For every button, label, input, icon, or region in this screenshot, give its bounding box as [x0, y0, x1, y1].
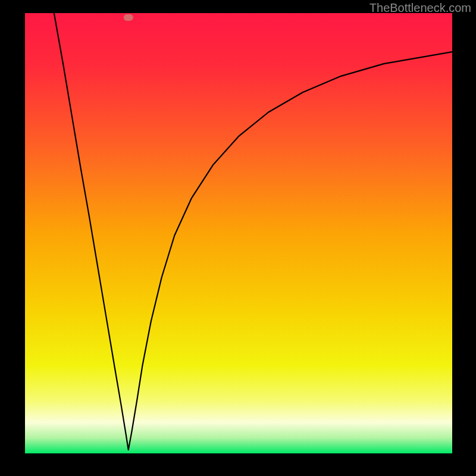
watermark-text: TheBottleneck.com	[369, 1, 471, 15]
chart-svg	[0, 0, 476, 476]
minimum-marker	[124, 14, 133, 21]
svg-rect-1	[25, 13, 452, 453]
chart-container: TheBottleneck.com	[0, 0, 476, 476]
